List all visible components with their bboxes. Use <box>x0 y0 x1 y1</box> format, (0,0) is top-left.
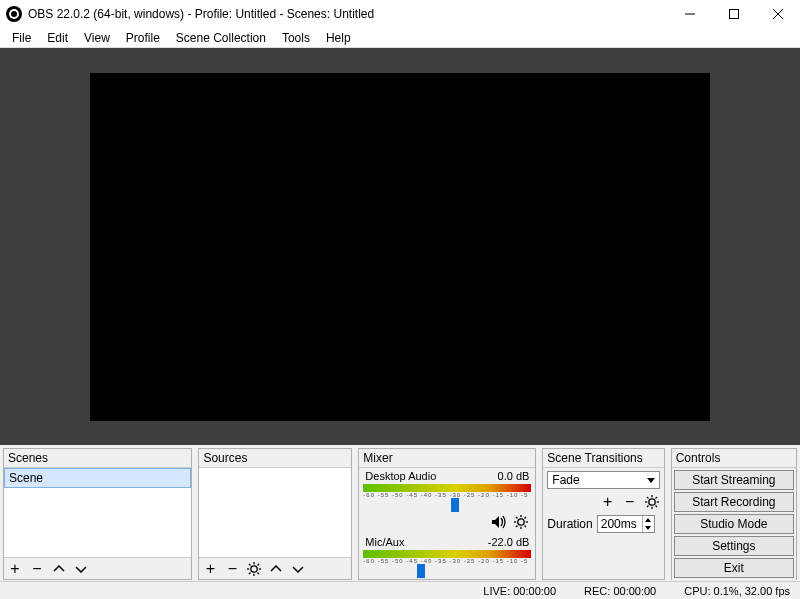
mixer-channel-name: Mic/Aux <box>365 536 404 548</box>
close-button[interactable] <box>756 0 800 28</box>
speaker-icon[interactable] <box>491 514 507 530</box>
menu-tools[interactable]: Tools <box>274 29 318 47</box>
move-source-up-button[interactable] <box>268 561 284 577</box>
status-live: LIVE: 00:00:00 <box>483 585 556 597</box>
controls-panel: Controls Start Streaming Start Recording… <box>671 448 797 580</box>
add-scene-button[interactable] <box>7 561 23 577</box>
svg-marker-44 <box>645 518 651 522</box>
titlebar: OBS 22.0.2 (64-bit, windows) - Profile: … <box>0 0 800 28</box>
status-rec: REC: 00:00:00 <box>584 585 656 597</box>
gear-icon[interactable] <box>513 514 529 530</box>
duration-step-down[interactable] <box>643 524 654 532</box>
mixer-meter <box>363 550 531 558</box>
scenes-toolbar <box>4 557 191 579</box>
scenes-panel: Scenes Scene <box>3 448 192 580</box>
transitions-panel: Scene Transitions Fade Duration <box>542 448 664 580</box>
minimize-button[interactable] <box>668 0 712 28</box>
exit-button[interactable]: Exit <box>674 558 794 578</box>
menu-file[interactable]: File <box>4 29 39 47</box>
controls-header: Controls <box>672 449 796 468</box>
preview-canvas[interactable] <box>90 73 710 421</box>
transitions-body: Fade Duration <box>543 468 663 536</box>
duration-label: Duration <box>547 517 592 531</box>
mixer-volume-slider[interactable] <box>363 564 531 578</box>
mixer-channel-level: 0.0 dB <box>498 470 530 482</box>
maximize-button[interactable] <box>712 0 756 28</box>
duration-spinbox[interactable] <box>597 515 655 533</box>
transitions-header: Scene Transitions <box>543 449 663 468</box>
svg-point-35 <box>649 499 655 505</box>
mixer-volume-slider[interactable] <box>363 498 531 512</box>
svg-line-43 <box>655 497 657 499</box>
svg-line-10 <box>258 572 260 574</box>
status-bar: LIVE: 00:00:00 REC: 00:00:00 CPU: 0.1%, … <box>0 581 800 599</box>
source-properties-button[interactable] <box>246 561 262 577</box>
mixer-channel-mic-aux: Mic/Aux -22.0 dB -60 -55 -50 -45 -40 -35… <box>359 534 535 579</box>
add-source-button[interactable] <box>202 561 218 577</box>
menu-help[interactable]: Help <box>318 29 359 47</box>
transition-properties-button[interactable] <box>644 494 660 510</box>
settings-button[interactable]: Settings <box>674 536 794 556</box>
menu-edit[interactable]: Edit <box>39 29 76 47</box>
start-streaming-button[interactable]: Start Streaming <box>674 470 794 490</box>
svg-line-12 <box>258 564 260 566</box>
sources-panel: Sources <box>198 448 352 580</box>
menu-profile[interactable]: Profile <box>118 29 168 47</box>
scene-item[interactable]: Scene <box>4 468 191 488</box>
menu-view[interactable]: View <box>76 29 118 47</box>
remove-transition-button[interactable] <box>622 494 638 510</box>
mixer-header: Mixer <box>359 449 535 468</box>
sources-header: Sources <box>199 449 351 468</box>
svg-line-22 <box>525 517 527 519</box>
scenes-header: Scenes <box>4 449 191 468</box>
mixer-meter <box>363 484 531 492</box>
start-recording-button[interactable]: Start Recording <box>674 492 794 512</box>
svg-rect-1 <box>730 10 739 19</box>
sources-list[interactable] <box>199 468 351 557</box>
svg-line-42 <box>647 506 649 508</box>
preview-area[interactable] <box>0 48 800 445</box>
svg-point-4 <box>251 565 257 571</box>
add-transition-button[interactable] <box>600 494 616 510</box>
menu-scene-collection[interactable]: Scene Collection <box>168 29 274 47</box>
sources-toolbar <box>199 557 351 579</box>
svg-marker-13 <box>492 516 499 528</box>
svg-line-20 <box>525 526 527 528</box>
remove-scene-button[interactable] <box>29 561 45 577</box>
status-cpu: CPU: 0.1%, 32.00 fps <box>684 585 790 597</box>
mixer-channel-name: Desktop Audio <box>365 470 436 482</box>
scenes-list[interactable]: Scene <box>4 468 191 557</box>
duration-step-up[interactable] <box>643 516 654 524</box>
move-scene-up-button[interactable] <box>51 561 67 577</box>
svg-line-40 <box>647 497 649 499</box>
svg-line-21 <box>516 526 518 528</box>
mixer-channel-desktop-audio: Desktop Audio 0.0 dB -60 -55 -50 -45 -40… <box>359 468 535 534</box>
svg-marker-45 <box>645 526 651 530</box>
mixer-body: Desktop Audio 0.0 dB -60 -55 -50 -45 -40… <box>359 468 535 579</box>
svg-line-41 <box>655 506 657 508</box>
transition-select[interactable]: Fade <box>547 471 659 489</box>
svg-line-9 <box>249 564 251 566</box>
move-source-down-button[interactable] <box>290 561 306 577</box>
svg-line-11 <box>249 572 251 574</box>
mixer-panel: Mixer Desktop Audio 0.0 dB -60 -55 -50 -… <box>358 448 536 580</box>
svg-line-19 <box>516 517 518 519</box>
mixer-channel-level: -22.0 dB <box>488 536 530 548</box>
panels-row: Scenes Scene Sources Mixer Des <box>0 445 800 581</box>
app-icon <box>6 6 22 22</box>
studio-mode-button[interactable]: Studio Mode <box>674 514 794 534</box>
remove-source-button[interactable] <box>224 561 240 577</box>
move-scene-down-button[interactable] <box>73 561 89 577</box>
window-title: OBS 22.0.2 (64-bit, windows) - Profile: … <box>28 7 668 21</box>
svg-point-14 <box>518 519 524 525</box>
duration-input[interactable] <box>598 516 642 532</box>
menubar: File Edit View Profile Scene Collection … <box>0 28 800 48</box>
